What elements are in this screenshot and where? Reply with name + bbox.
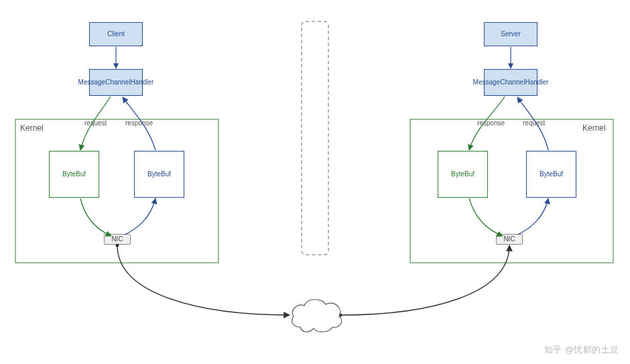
gateway-label: Gateway Route (295, 308, 335, 323)
client-nic: NIC (104, 234, 131, 245)
server-handler-box: MessageChannelHandler (484, 69, 538, 96)
server-box: Server (484, 22, 538, 46)
server-kernel-label: Kernel (582, 123, 606, 133)
server-nic: NIC (496, 234, 523, 245)
server-response-label: response (477, 119, 505, 127)
server-request-label: request (523, 119, 545, 127)
client-box: Client (89, 22, 143, 46)
svg-rect-2 (302, 21, 328, 255)
watermark: 知乎 @忧郁的土豆 (544, 344, 619, 356)
client-bytebuf-response: ByteBuf (134, 151, 184, 198)
client-response-label: response (125, 119, 153, 127)
diagram-canvas: { "chart_data": { "type": "diagram", "ti… (0, 0, 630, 364)
client-bytebuf-request: ByteBuf (49, 151, 99, 198)
client-request-label: request (84, 119, 107, 127)
server-bytebuf-response: ByteBuf (438, 151, 488, 198)
server-bytebuf-request: ByteBuf (526, 151, 576, 198)
gateway-line2: Route (306, 316, 324, 323)
gateway-line1: Gateway (302, 308, 328, 316)
client-handler-box: MessageChannelHandler (89, 69, 143, 96)
client-kernel-label: Kernel (20, 123, 44, 133)
